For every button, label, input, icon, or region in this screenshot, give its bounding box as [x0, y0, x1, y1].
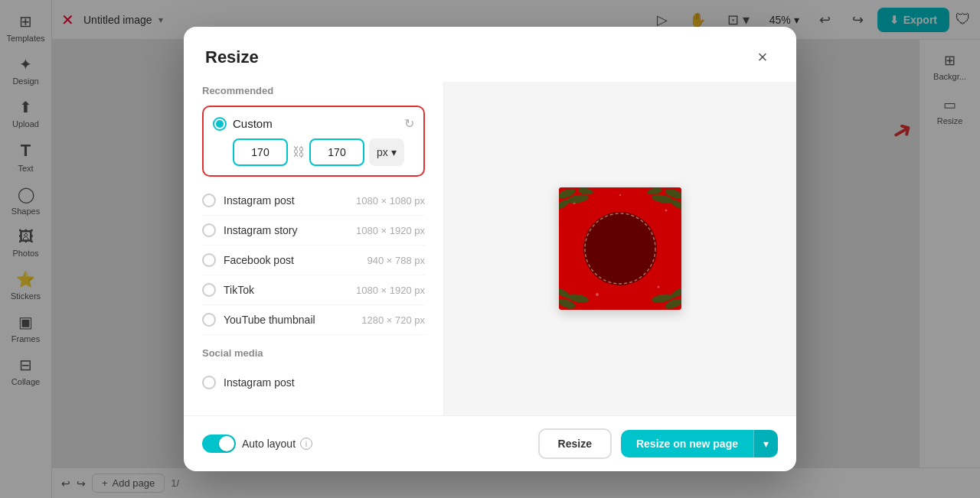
preset-radio-tiktok — [202, 283, 216, 297]
canvas-preview — [559, 187, 681, 310]
resize-button[interactable]: Resize — [538, 428, 612, 459]
preset-radio-facebook-post — [202, 253, 216, 267]
modal-title: Resize — [205, 47, 259, 67]
link-dimensions-icon[interactable]: ⛓ — [292, 145, 305, 159]
preset-radio-instagram-story — [202, 223, 216, 237]
auto-layout-toggle[interactable] — [202, 435, 236, 453]
auto-layout-label: Auto layout i — [242, 438, 312, 450]
custom-option-row: Custom ↻ — [213, 116, 414, 131]
social-media-instagram-post[interactable]: Instagram post — [202, 368, 425, 397]
radio-dot-inner — [216, 120, 224, 128]
toggle-knob — [219, 436, 234, 451]
social-media-sublabel: Instagram post — [224, 376, 425, 389]
modal-overlay: Resize × Recommended Custom ↻ — [0, 0, 980, 498]
preset-dimensions: 1080 × 1920 px — [356, 285, 425, 296]
preset-dimensions: 1080 × 1920 px — [356, 225, 425, 236]
social-media-label: Social media — [202, 347, 425, 359]
height-input[interactable] — [309, 138, 364, 166]
preset-radio-instagram-post — [202, 194, 216, 207]
svg-point-4 — [658, 286, 660, 288]
social-media-section: Social media Instagram post — [202, 347, 425, 397]
refresh-icon[interactable]: ↻ — [404, 116, 414, 131]
custom-option-box: Custom ↻ ⛓ px ▾ — [202, 106, 425, 177]
preset-name: Instagram post — [224, 194, 348, 207]
preset-name: Facebook post — [224, 254, 359, 266]
resize-new-page-dropdown[interactable]: ▾ — [753, 430, 778, 457]
preset-radio-social-instagram — [202, 376, 216, 389]
svg-point-20 — [583, 212, 657, 285]
recommended-label: Recommended — [202, 85, 425, 96]
preset-tiktok[interactable]: TikTok 1080 × 1920 px — [202, 275, 425, 305]
resize-new-page-group: Resize on new page ▾ — [621, 430, 778, 457]
preset-instagram-post[interactable]: Instagram post 1080 × 1080 px — [202, 186, 425, 216]
preview-svg — [559, 187, 681, 310]
resize-modal: Resize × Recommended Custom ↻ — [184, 27, 796, 471]
preset-facebook-post[interactable]: Facebook post 940 × 788 px — [202, 246, 425, 275]
custom-radio[interactable] — [213, 117, 227, 131]
custom-label: Custom — [233, 117, 398, 130]
width-input[interactable] — [233, 138, 288, 166]
preset-name: YouTube thumbnail — [224, 314, 354, 326]
modal-body: Recommended Custom ↻ ⛓ — [184, 82, 796, 415]
modal-options-panel: Recommended Custom ↻ ⛓ — [184, 82, 444, 415]
auto-layout-toggle-group: Auto layout i — [202, 435, 529, 453]
preset-youtube-thumbnail[interactable]: YouTube thumbnail 1280 × 720 px — [202, 305, 425, 335]
modal-footer: Auto layout i Resize Resize on new page … — [184, 415, 796, 471]
modal-preview-panel — [444, 82, 796, 415]
modal-close-button[interactable]: × — [750, 45, 775, 70]
unit-value: px — [377, 146, 388, 158]
preset-dimensions: 1080 × 1080 px — [356, 195, 425, 207]
unit-select[interactable]: px ▾ — [369, 138, 404, 166]
preset-name: Instagram story — [224, 224, 348, 236]
svg-point-5 — [619, 194, 621, 196]
auto-layout-text: Auto layout — [242, 438, 296, 450]
resize-new-page-button[interactable]: Resize on new page — [621, 430, 753, 457]
modal-header: Resize × — [184, 27, 796, 82]
preset-instagram-story[interactable]: Instagram story 1080 × 1920 px — [202, 216, 425, 246]
svg-point-2 — [665, 210, 668, 212]
preset-dimensions: 940 × 788 px — [367, 255, 425, 266]
auto-layout-info-icon[interactable]: i — [300, 438, 312, 450]
svg-point-3 — [596, 293, 599, 296]
preset-name: TikTok — [224, 284, 348, 296]
dimension-row: ⛓ px ▾ — [233, 138, 414, 166]
unit-dropdown-icon: ▾ — [391, 146, 397, 158]
preset-dimensions: 1280 × 720 px — [361, 314, 425, 326]
preset-radio-youtube-thumbnail — [202, 313, 216, 327]
